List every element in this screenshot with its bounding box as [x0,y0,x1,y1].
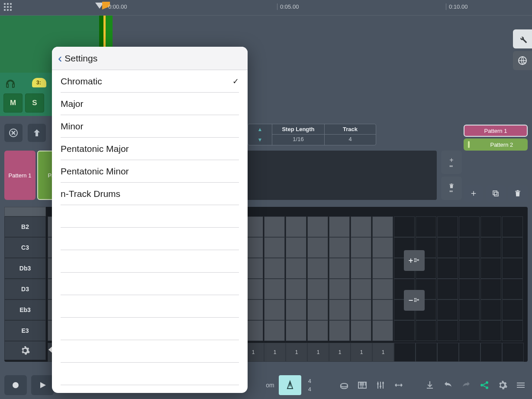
grid-cell[interactable] [264,258,285,279]
grid-cell[interactable] [459,279,480,299]
grid-footer-cell[interactable]: 1 [351,343,372,362]
grid-cell[interactable] [329,320,350,341]
grid-cell[interactable] [286,299,306,320]
grid-cell[interactable] [502,279,523,299]
note-key[interactable]: C3 [4,237,46,258]
grid-cell[interactable] [459,320,480,341]
grid-cell[interactable] [329,299,350,320]
grid-cell[interactable] [394,320,415,341]
grid-cell[interactable] [372,237,393,258]
grid-cell[interactable] [372,320,393,341]
menu-icon[interactable] [514,380,528,390]
time-signature[interactable]: 4 4 [308,378,311,393]
grid-cell[interactable] [502,299,523,320]
pattern-list-item[interactable]: Pattern 1 [464,125,528,137]
grid-cell[interactable] [286,279,306,299]
grid-footer-cell[interactable] [394,343,416,362]
grid-cell[interactable] [502,237,523,258]
zoom-out-button[interactable]: − [404,290,425,311]
headphone-icon[interactable] [5,79,15,88]
grid-cell[interactable] [351,258,371,279]
resize-icon[interactable] [392,380,406,390]
grid-cell[interactable] [264,299,285,320]
metronome-button[interactable] [279,375,301,395]
grid-cell[interactable] [329,279,350,299]
grid-cell[interactable] [480,299,501,320]
grid-cell[interactable] [480,320,501,341]
step-length-value[interactable]: 1/16 [272,135,324,144]
grid-cell[interactable] [307,279,328,299]
grid-icon[interactable] [2,1,14,13]
wrench-button[interactable] [513,29,532,48]
trash-button[interactable] [508,185,528,202]
add-button[interactable] [464,185,483,202]
note-key[interactable]: Db3 [4,258,46,279]
zoom-in-button[interactable]: + [404,250,425,271]
grid-cell[interactable] [329,258,350,279]
back-chevron-icon[interactable]: ‹ [58,51,62,65]
grid-cell[interactable] [502,216,523,237]
grid-cell[interactable] [437,279,458,299]
grid-cell[interactable] [394,216,415,237]
solo-button[interactable]: S [25,93,44,113]
note-key[interactable]: B2 [4,216,46,237]
pattern-tab-1[interactable]: Pattern 1 [4,151,35,200]
up-arrow-button[interactable] [28,124,46,142]
mixer-icon[interactable] [374,380,387,390]
grid-footer-cell[interactable] [437,343,459,362]
grid-footer-cell[interactable] [480,343,502,362]
note-key[interactable]: Eb3 [4,299,46,320]
grid-cell[interactable] [307,299,328,320]
play-button[interactable] [31,375,54,395]
grid-cell[interactable] [437,216,458,237]
grid-cell[interactable] [480,216,501,237]
grid-footer-cell[interactable] [459,343,480,362]
grid-footer-cell[interactable]: 1 [372,343,394,362]
grid-footer-cell[interactable]: 1 [286,343,307,362]
record-button[interactable] [4,375,27,395]
grid-cell[interactable] [416,216,436,237]
redo-icon[interactable] [459,380,473,390]
grid-cell[interactable] [286,320,306,341]
grid-cell[interactable] [351,320,371,341]
grid-cell[interactable] [480,279,501,299]
note-key[interactable]: D3 [4,279,46,299]
grid-cell[interactable] [307,216,328,237]
grid-footer-cell[interactable]: 1 [307,343,329,362]
delete-pattern-button[interactable] [441,177,462,200]
settings-icon[interactable] [496,380,509,390]
grid-footer-cell[interactable] [502,343,524,362]
grid-cell[interactable] [264,279,285,299]
export-icon[interactable] [423,380,437,390]
undo-icon[interactable] [441,380,455,390]
grid-cell[interactable] [480,258,501,279]
grid-cell[interactable] [307,320,328,341]
grid-cell[interactable] [264,237,285,258]
grid-cell[interactable] [502,320,523,341]
grid-cell[interactable] [459,258,480,279]
grid-cell[interactable] [437,320,458,341]
grid-cell[interactable] [307,258,328,279]
grid-cell[interactable] [437,258,458,279]
grid-cell[interactable] [459,216,480,237]
grid-cell[interactable] [286,237,306,258]
grid-cell[interactable] [372,279,393,299]
grid-cell[interactable] [286,258,306,279]
sequencer-settings-button[interactable] [4,341,46,360]
grid-cell[interactable] [286,216,306,237]
piano-icon[interactable] [355,380,369,390]
track-value[interactable]: 4 [325,135,376,144]
step-down-button[interactable]: ▼ [248,135,272,145]
pattern-list-item[interactable]: Pattern 2 [464,138,528,151]
grid-cell[interactable] [264,216,285,237]
grid-cell[interactable] [351,299,371,320]
scale-option[interactable]: n-Track Drums [61,183,239,205]
grid-footer-cell[interactable]: 1 [329,343,351,362]
grid-cell[interactable] [502,258,523,279]
grid-cell[interactable] [351,216,371,237]
mute-button[interactable]: M [3,93,23,113]
grid-cell[interactable] [372,216,393,237]
grid-cell[interactable] [416,320,436,341]
drum-icon[interactable] [337,380,351,390]
step-up-button[interactable]: ▲ [248,124,272,135]
